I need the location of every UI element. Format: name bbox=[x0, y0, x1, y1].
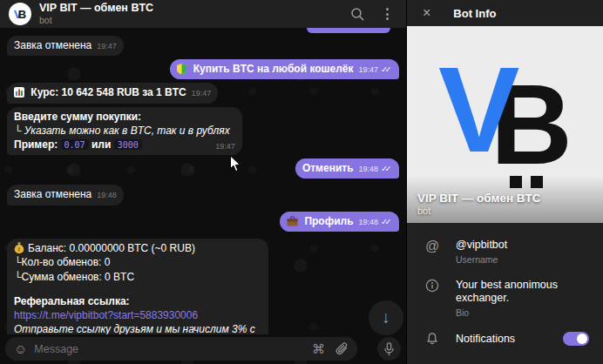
bot-profile-photo[interactable]: B V VIP BIT — обмен BTC bot bbox=[407, 26, 603, 223]
message-bubble-outgoing[interactable]: Отменить19:48✓✓ bbox=[295, 158, 399, 179]
microphone-icon bbox=[383, 342, 396, 356]
emoji-smiley-icon[interactable]: ☺ bbox=[14, 342, 27, 355]
username-row[interactable]: @ @vipbitbot Username bbox=[407, 232, 603, 272]
scroll-to-bottom-button[interactable]: ↓ bbox=[369, 300, 403, 335]
message-time: 19:48 bbox=[97, 191, 117, 199]
read-checks-icon: ✓✓ bbox=[381, 217, 392, 226]
chat-subtitle: bot bbox=[39, 16, 153, 26]
beginner-badge-icon bbox=[177, 64, 186, 74]
tab-links[interactable]: Links bbox=[511, 358, 559, 364]
code-amount-btc[interactable]: 0.07 bbox=[61, 139, 89, 150]
read-checks-icon: ✓✓ bbox=[381, 164, 392, 173]
menu-kebab-icon[interactable] bbox=[383, 6, 392, 22]
example-prefix: Пример: bbox=[14, 138, 61, 151]
message-time: 19:48 bbox=[359, 218, 379, 226]
or-text: или bbox=[89, 138, 114, 151]
command-shortcut-icon[interactable]: ⌘ bbox=[312, 342, 325, 355]
referral-link[interactable]: https://t.me/vipbitbot?start=5883930006 bbox=[14, 308, 261, 322]
message-text: Профиль bbox=[304, 215, 353, 227]
logo-v-letter: V bbox=[438, 49, 519, 171]
read-checks-icon: ✓✓ bbox=[381, 64, 392, 74]
avatar-b-letter: B bbox=[18, 8, 26, 21]
bot-avatar[interactable]: V B bbox=[9, 3, 31, 25]
message-time: 19:48 bbox=[359, 165, 379, 173]
tab-files[interactable]: Files bbox=[465, 358, 511, 364]
username-value: @vipbitbot bbox=[456, 239, 507, 252]
message-text: Отменить bbox=[302, 162, 354, 174]
balance-line: Баланс: 0.00000000 BTC (~0 RUB) bbox=[28, 242, 195, 254]
message-bubble-incoming-balance[interactable]: Баланс: 0.00000000 BTC (~0 RUB) └Кол-во … bbox=[7, 239, 268, 334]
message-input[interactable] bbox=[34, 343, 305, 355]
info-section: @ @vipbitbot Username Your best anonimou… bbox=[407, 223, 603, 354]
voice-record-button[interactable] bbox=[377, 337, 401, 361]
mouse-cursor bbox=[229, 155, 241, 176]
message-text: Купить BTC на любой кошелёк bbox=[193, 63, 354, 75]
tab-music[interactable]: Music bbox=[559, 358, 603, 364]
at-icon: @ bbox=[423, 239, 442, 253]
chat-header: V B VIP BIT — обмен BTC bot bbox=[0, 0, 406, 28]
message-bubble-incoming[interactable]: Завка отменена19:48 bbox=[7, 185, 124, 205]
chat-panel: V B VIP BIT — обмен BTC bot Завка отмене… bbox=[0, 0, 406, 364]
exchanges-count-line: └Кол-во обменов: 0 bbox=[14, 255, 261, 270]
message-time: 19:47 bbox=[215, 141, 235, 152]
message-text: Завка отменена bbox=[14, 188, 91, 200]
partial-outgoing-bubble bbox=[307, 28, 390, 33]
message-text: Курс: 10 642 548 RUB за 1 BTC bbox=[30, 86, 186, 98]
close-icon[interactable]: × bbox=[419, 6, 434, 20]
arrow-down-icon: ↓ bbox=[382, 308, 390, 327]
message-input-bar[interactable]: ☺ ⌘ bbox=[5, 337, 357, 361]
notifications-label: Notifications bbox=[456, 333, 515, 346]
bot-type: bot bbox=[417, 206, 541, 216]
bell-icon bbox=[423, 332, 442, 346]
chat-title[interactable]: VIP BIT — обмен BTC bbox=[39, 3, 153, 15]
briefcase-icon bbox=[287, 216, 298, 226]
bot-info-panel: × Bot Info B V VIP BIT — обмен BTC bot @… bbox=[407, 0, 603, 364]
search-icon[interactable] bbox=[350, 7, 365, 22]
message-bubble-incoming[interactable]: Курс: 10 642 548 RUB за 1 BTC19:47 bbox=[7, 83, 218, 103]
message-bubble-outgoing[interactable]: Купить BTC на любой кошелёк19:47✓✓ bbox=[170, 59, 399, 79]
bio-label: Bio bbox=[456, 307, 589, 318]
referral-note: Отправьте ссылку друзьям и мы начислим 3… bbox=[14, 322, 261, 334]
composer: ☺ ⌘ bbox=[0, 334, 406, 364]
bar-chart-icon bbox=[14, 87, 24, 98]
message-line-italic: └ Указать можно как в BTC, так и в рубля… bbox=[14, 125, 230, 137]
referral-title: Реферальная ссылка: bbox=[14, 294, 261, 308]
shared-media-tabs: Media Files Links Music Voice bbox=[407, 358, 603, 364]
notifications-row[interactable]: Notifications bbox=[407, 325, 603, 353]
message-bubble-incoming[interactable]: Введите сумму покупки: └ Указать можно к… bbox=[7, 107, 242, 156]
message-text: Завка отменена bbox=[14, 39, 91, 51]
bio-row[interactable]: Your best anonimous exchanger. Bio bbox=[407, 272, 603, 325]
exchanges-sum-line: └Сумма обменов: 0 BTC bbox=[14, 270, 261, 285]
bot-name: VIP BIT — обмен BTC bbox=[417, 192, 541, 205]
message-time: 19:47 bbox=[192, 89, 212, 98]
message-bubble-incoming[interactable]: Завка отменена19:47 bbox=[7, 36, 124, 56]
tab-media[interactable]: Media bbox=[414, 358, 465, 364]
message-line-bold: Введите сумму покупки: bbox=[14, 111, 141, 123]
message-bubble-outgoing[interactable]: Профиль19:48✓✓ bbox=[280, 212, 399, 232]
notifications-toggle[interactable] bbox=[563, 332, 589, 346]
code-amount-rub[interactable]: 3000 bbox=[114, 139, 142, 150]
panel-title: Bot Info bbox=[453, 7, 496, 20]
panel-header: × Bot Info bbox=[407, 0, 603, 26]
message-time: 19:47 bbox=[359, 65, 379, 74]
bio-value: Your best anonimous exchanger. bbox=[456, 279, 589, 305]
username-label: Username bbox=[456, 254, 507, 265]
panel-divider bbox=[406, 0, 407, 364]
money-bag-icon bbox=[14, 242, 24, 253]
message-list: Завка отменена19:47 Купить BTC на любой … bbox=[0, 28, 406, 334]
message-time: 19:47 bbox=[97, 42, 117, 51]
info-circle-icon bbox=[423, 279, 442, 293]
attach-paperclip-icon[interactable] bbox=[335, 342, 349, 356]
